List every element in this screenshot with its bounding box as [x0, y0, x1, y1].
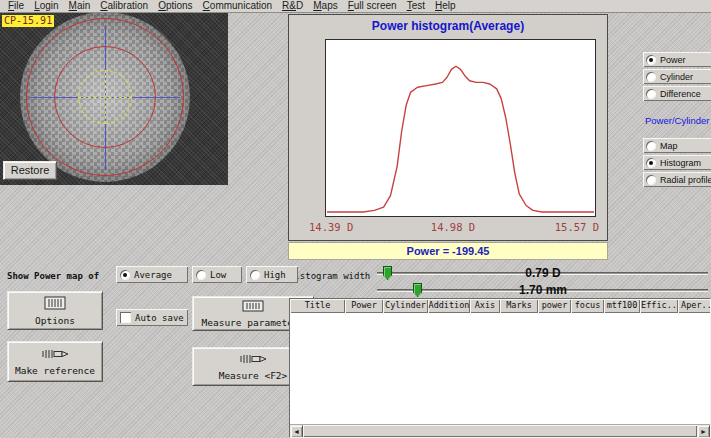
radio-icon [646, 175, 656, 185]
button-label: Options [35, 315, 75, 326]
radio-icon [646, 55, 656, 65]
histogram-width-label: Histogram width [289, 271, 370, 281]
radio-label: Map [660, 141, 678, 151]
radio-low[interactable]: Low [192, 266, 242, 283]
power-value-badge: CP-15.91 [2, 15, 54, 27]
menu-item-help[interactable]: Help [430, 0, 461, 12]
power-cylinder-label: Power/Cylinder [645, 115, 709, 126]
histogram-width-slider-mm[interactable]: 1.70 mm [375, 282, 711, 298]
scroll-right-button[interactable]: ► [697, 425, 710, 438]
menu-item-login[interactable]: Login [29, 0, 63, 12]
column-header-aperture[interactable]: Aper... [678, 299, 711, 313]
histogram-plot [325, 39, 596, 217]
radio-icon [646, 141, 656, 151]
show-power-map-label: Show Power map of [7, 271, 99, 281]
screw-icon [239, 353, 267, 367]
menu-item-test[interactable]: Test [402, 0, 430, 12]
chart-title: Power histogram(Average) [289, 19, 607, 33]
radio-label: Low [210, 270, 226, 280]
power-readout: Power = -199.45 [288, 242, 608, 260]
histogram-width-value-mm: 1.70 mm [375, 282, 711, 298]
radio-histogram[interactable]: Histogram [643, 155, 711, 170]
menu-bar: File Login Main Calibration Options Comm… [0, 0, 711, 13]
menu-item-file[interactable]: File [3, 0, 29, 12]
auto-save-checkbox[interactable]: Auto save [116, 309, 188, 326]
x-tick-min: 14.39 D [309, 221, 353, 233]
radio-icon [646, 72, 656, 82]
application-window: File Login Main Calibration Options Comm… [0, 0, 711, 438]
radio-power[interactable]: Power [643, 52, 711, 67]
radio-label: Histogram [660, 158, 701, 168]
table-body [290, 313, 710, 424]
column-header-addition[interactable]: Addition [428, 299, 470, 313]
radio-label: Power [660, 55, 686, 65]
menu-item-communication[interactable]: Communication [198, 0, 278, 12]
radio-difference[interactable]: Difference [643, 86, 711, 101]
power-histogram-panel: Power histogram(Average) 14.39 D 14.98 D… [288, 14, 608, 241]
x-tick-mid: 14.98 D [431, 221, 475, 233]
menu-item-main[interactable]: Main [64, 0, 96, 12]
checkbox-icon [120, 312, 131, 323]
checkbox-label: Auto save [135, 313, 184, 323]
radio-label: Difference [660, 89, 701, 99]
options-button[interactable]: Options [7, 291, 103, 330]
histogram-width-slider-d[interactable]: 0.79 D [375, 265, 711, 281]
radio-radial-profile[interactable]: Radial profile [643, 172, 711, 187]
scroll-thumb[interactable] [303, 425, 697, 437]
column-header-cylinder[interactable]: Cylinder [383, 299, 428, 313]
keypad-icon [44, 296, 66, 312]
column-header-focus[interactable]: focus [571, 299, 604, 313]
screw-icon [41, 348, 69, 362]
scroll-left-button[interactable]: ◄ [290, 425, 303, 438]
column-header-power[interactable]: Power [345, 299, 383, 313]
make-reference-button[interactable]: Make reference [7, 341, 103, 382]
radio-icon [196, 270, 206, 280]
camera-view: CP-15.91 Restore [0, 13, 228, 185]
keypad-icon [242, 300, 264, 314]
menu-item-full-screen[interactable]: Full screen [343, 0, 402, 12]
histogram-curve [326, 40, 595, 216]
radio-icon [250, 270, 260, 280]
radio-icon [646, 158, 656, 168]
button-label: Make reference [15, 365, 95, 376]
horizontal-scrollbar[interactable]: ◄ ► [290, 424, 710, 437]
radio-average[interactable]: Average [116, 266, 188, 283]
menu-item-maps[interactable]: Maps [308, 0, 342, 12]
column-header-efficiency[interactable]: Effic.. [640, 299, 678, 313]
radio-label: Radial profile [660, 175, 711, 185]
menu-item-rnd[interactable]: R&D [277, 0, 308, 12]
results-table: Title Power Cylinder Addition Axis Marks… [289, 298, 711, 438]
radio-map[interactable]: Map [643, 138, 711, 153]
column-header-title[interactable]: Title [290, 299, 345, 313]
x-tick-max: 15.57 D [555, 221, 599, 233]
menu-item-calibration[interactable]: Calibration [95, 0, 153, 12]
column-header-power2[interactable]: power [538, 299, 571, 313]
column-header-marks[interactable]: Marks [500, 299, 538, 313]
column-header-axis[interactable]: Axis [470, 299, 500, 313]
radio-label: High [264, 270, 286, 280]
column-header-mtf100[interactable]: mtf100 [604, 299, 640, 313]
radio-label: Average [134, 270, 172, 280]
radio-icon [646, 89, 656, 99]
menu-item-options[interactable]: Options [153, 0, 197, 12]
histogram-width-value-d: 0.79 D [375, 265, 711, 281]
radio-icon [120, 270, 130, 280]
radio-label: Cylinder [660, 72, 693, 82]
target-dash-vertical [105, 70, 106, 124]
radio-cylinder[interactable]: Cylinder [643, 69, 711, 84]
restore-button[interactable]: Restore [3, 161, 57, 180]
table-header-row: Title Power Cylinder Addition Axis Marks… [290, 299, 710, 313]
button-label: Measure <F2> [219, 370, 288, 381]
radio-high[interactable]: High [246, 266, 298, 283]
